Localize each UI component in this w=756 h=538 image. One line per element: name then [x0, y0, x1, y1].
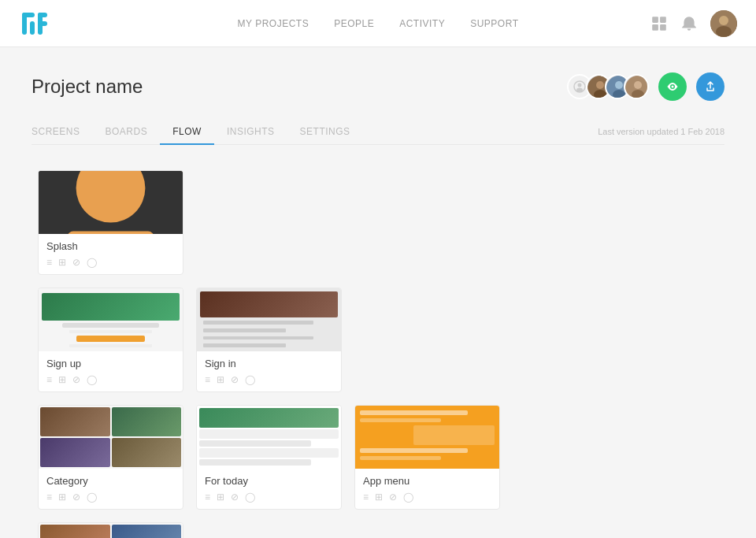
flow-card-signin[interactable]: Sign in ≡ ⊞ ⊘ ◯	[196, 288, 342, 392]
member-avatar-3[interactable]	[624, 74, 649, 99]
card-thumb-appmenu	[355, 406, 499, 469]
card-thumb-category	[39, 406, 183, 469]
svg-point-14	[578, 83, 582, 87]
project-header: Project name	[32, 72, 724, 101]
card-title-fortoday: For today	[205, 475, 333, 487]
flow-card-foodmenu[interactable]: Food menu ≡ ⊞ ⊘ ◯	[38, 522, 183, 538]
svg-rect-7	[660, 17, 666, 23]
list-icon[interactable]: ≡	[363, 492, 369, 503]
grid-icon[interactable]: ⊞	[375, 492, 383, 503]
comment-icon[interactable]: ◯	[245, 492, 255, 503]
logo[interactable]	[19, 8, 50, 39]
card-icons-fortoday: ≡ ⊞ ⊘ ◯	[205, 492, 333, 503]
tab-insights[interactable]: INSIGHTS	[214, 120, 287, 145]
svg-point-15	[576, 88, 583, 92]
flow-row-3: Food menu ≡ ⊞ ⊘ ◯	[32, 516, 724, 538]
tab-flow[interactable]: FLOW	[160, 120, 214, 145]
flow-card-category[interactable]: Category ≡ ⊞ ⊘ ◯	[38, 405, 183, 510]
card-icons-category: ≡ ⊞ ⊘ ◯	[46, 492, 175, 503]
card-thumb-fortoday	[197, 406, 341, 469]
svg-point-21	[613, 90, 625, 99]
tab-boards[interactable]: BOARDS	[93, 120, 161, 145]
card-thumb-signup	[39, 288, 183, 351]
svg-rect-2	[30, 21, 35, 35]
comment-icon[interactable]: ◯	[403, 492, 413, 503]
grid-icon[interactable]: ⊞	[217, 492, 224, 503]
project-name: Project name	[32, 76, 143, 98]
nav-people[interactable]: PEOPLE	[334, 18, 374, 29]
svg-point-17	[596, 81, 604, 89]
grid-icon[interactable]: ⊞	[58, 257, 66, 268]
tab-screens[interactable]: SCREENS	[32, 120, 93, 145]
card-icons-appmenu: ≡ ⊞ ⊘ ◯	[363, 492, 491, 503]
list-icon[interactable]: ≡	[205, 374, 210, 385]
grid-icon[interactable]: ⊞	[217, 374, 224, 385]
comment-icon[interactable]: ◯	[245, 374, 255, 385]
list-icon[interactable]: ≡	[46, 374, 52, 385]
svg-rect-8	[652, 24, 658, 31]
flow-card-splash[interactable]: Splash ≡ ⊞ ⊘ ◯	[38, 170, 183, 275]
card-info-category: Category ≡ ⊞ ⊘ ◯	[39, 469, 183, 509]
project-tabs: SCREENS BOARDS FLOW INSIGHTS SETTINGS La…	[32, 120, 724, 145]
link-icon[interactable]: ⊘	[72, 374, 80, 385]
preview-button[interactable]	[658, 72, 687, 101]
nav-support[interactable]: SUPPORT	[470, 18, 518, 29]
card-thumb-foodmenu	[39, 523, 183, 538]
main-content: Project name	[0, 47, 756, 538]
flow-card-signup[interactable]: Sign up ≡ ⊞ ⊘ ◯	[38, 288, 183, 392]
header: MY PROJECTS PEOPLE ACTIVITY SUPPORT	[0, 0, 756, 47]
user-avatar[interactable]	[710, 10, 737, 37]
svg-rect-9	[660, 24, 666, 31]
card-info-signup: Sign up ≡ ⊞ ⊘ ◯	[39, 351, 183, 391]
svg-point-24	[632, 90, 644, 99]
svg-point-18	[594, 90, 606, 99]
share-button[interactable]	[696, 72, 724, 101]
avatar-group	[573, 74, 649, 99]
svg-rect-1	[22, 13, 35, 17]
card-info-signin: Sign in ≡ ⊞ ⊘ ◯	[197, 351, 341, 391]
bell-icon[interactable]	[680, 15, 698, 32]
svg-rect-4	[38, 13, 47, 17]
header-right	[650, 10, 737, 37]
link-icon[interactable]: ⊘	[72, 257, 80, 268]
list-icon[interactable]: ≡	[46, 257, 52, 268]
link-icon[interactable]: ⊘	[231, 374, 239, 385]
card-title-signup: Sign up	[46, 358, 175, 369]
card-icons-splash: ≡ ⊞ ⊘ ◯	[46, 257, 175, 268]
layout-icon[interactable]	[650, 15, 668, 32]
link-icon[interactable]: ⊘	[389, 492, 397, 503]
comment-icon[interactable]: ◯	[87, 257, 97, 268]
flow-row-0: Splash ≡ ⊞ ⊘ ◯	[32, 164, 724, 281]
nav-my-projects[interactable]: MY PROJECTS	[238, 18, 309, 29]
svg-rect-6	[652, 17, 658, 23]
link-icon[interactable]: ⊘	[231, 492, 239, 503]
project-actions	[573, 72, 724, 101]
svg-point-11	[719, 16, 728, 25]
flow-card-appmenu[interactable]: App menu ≡ ⊞ ⊘ ◯	[354, 405, 500, 510]
flow-row-1: Sign up ≡ ⊞ ⊘ ◯	[32, 281, 724, 399]
card-title-splash: Splash	[46, 240, 175, 252]
svg-point-23	[634, 81, 642, 89]
nav-activity[interactable]: ACTIVITY	[399, 18, 445, 29]
card-title-appmenu: App menu	[363, 475, 491, 487]
comment-icon[interactable]: ◯	[87, 492, 97, 503]
card-icons-signin: ≡ ⊞ ⊘ ◯	[205, 374, 333, 385]
flow-grid: Splash ≡ ⊞ ⊘ ◯	[32, 164, 724, 538]
comment-icon[interactable]: ◯	[87, 374, 97, 385]
card-info-splash: Splash ≡ ⊞ ⊘ ◯	[39, 234, 183, 274]
header-nav: MY PROJECTS PEOPLE ACTIVITY SUPPORT	[238, 18, 519, 29]
flow-card-fortoday[interactable]: For today ≡ ⊞ ⊘ ◯	[196, 405, 342, 510]
flow-row-2: Category ≡ ⊞ ⊘ ◯	[32, 399, 724, 516]
svg-point-20	[615, 81, 623, 89]
card-title-signin: Sign in	[205, 358, 333, 369]
card-icons-signup: ≡ ⊞ ⊘ ◯	[46, 374, 175, 385]
card-thumb-signin	[197, 288, 341, 351]
grid-icon[interactable]: ⊞	[58, 492, 66, 503]
list-icon[interactable]: ≡	[205, 492, 210, 503]
svg-rect-5	[38, 21, 47, 26]
svg-point-12	[716, 26, 732, 37]
list-icon[interactable]: ≡	[46, 492, 52, 503]
link-icon[interactable]: ⊘	[72, 492, 80, 503]
grid-icon[interactable]: ⊞	[58, 374, 66, 385]
tab-settings[interactable]: SETTINGS	[287, 120, 363, 145]
